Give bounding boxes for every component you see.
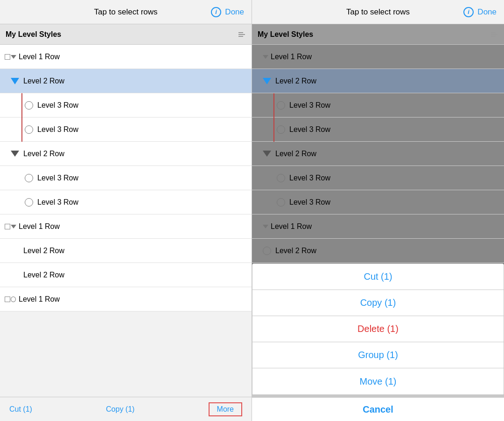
circle-outline (277, 174, 285, 182)
left-section-header: My Level Styles (0, 24, 252, 45)
table-row[interactable]: Level 3 Row (252, 93, 504, 117)
row-label: Level 3 Row (37, 125, 78, 134)
level1-icon (5, 294, 16, 305)
circle-icon (275, 100, 287, 111)
level3-bar (21, 117, 22, 142)
table-row[interactable]: Level 1 Row (0, 214, 252, 239)
table-row[interactable]: Level 2 Row (252, 142, 504, 166)
copy-button[interactable]: Copy (1) (106, 405, 134, 414)
move-action-button[interactable]: Move (1) (252, 368, 504, 394)
row-label: Level 3 Row (289, 101, 330, 110)
level3-bar (21, 93, 22, 117)
copy-action-button[interactable]: Copy (1) (252, 290, 504, 316)
table-row[interactable]: Level 2 Row (0, 263, 252, 287)
row-label: Level 1 Row (271, 53, 312, 61)
circle-outline-small (11, 297, 16, 302)
cut-action-button[interactable]: Cut (1) (252, 264, 504, 290)
level1-icon (257, 221, 268, 232)
left-info-button[interactable]: i (211, 7, 221, 17)
row-label: Level 3 Row (37, 174, 78, 182)
square-icon (257, 224, 262, 229)
circle-icon (275, 124, 287, 135)
right-info-button[interactable]: i (463, 7, 474, 17)
table-row[interactable]: Level 3 Row (0, 190, 252, 214)
circle-icon (23, 124, 35, 135)
row-label: Level 1 Row (19, 222, 60, 231)
table-row[interactable]: Level 3 Row (0, 93, 252, 117)
left-header: Tap to select rows i Done (0, 0, 252, 24)
table-row[interactable]: Level 2 Row (0, 239, 252, 263)
row-label: Level 2 Row (23, 271, 64, 279)
group-action-button[interactable]: Group (1) (252, 342, 504, 368)
table-row[interactable]: Level 3 Row (0, 166, 252, 190)
circle-outline (25, 174, 33, 182)
circle-outline (263, 247, 271, 255)
circle-outline (25, 101, 33, 110)
level1-icon (5, 221, 16, 232)
row-label: Level 2 Row (23, 150, 64, 158)
table-row[interactable]: Level 1 Row (252, 45, 504, 69)
tri-small-icon (11, 225, 16, 228)
cut-action-label: Cut (1) (364, 271, 392, 282)
level3-bar (273, 93, 274, 117)
circle-outline (25, 125, 33, 134)
left-done-button[interactable]: Done (225, 7, 244, 17)
right-panel: Tap to select rows i Done My Level Style… (252, 0, 504, 421)
left-section-title: My Level Styles (6, 30, 238, 39)
right-done-button[interactable]: Done (477, 7, 497, 17)
circle-outline (25, 198, 33, 207)
table-row[interactable]: Level 3 Row (252, 190, 504, 214)
tri-filled-icon (261, 76, 273, 87)
row-label: Level 2 Row (23, 77, 64, 85)
action-sheet-menu: Cut (1) Copy (1) Delete (1) Group (1) Mo… (252, 263, 504, 395)
table-row[interactable]: Level 2 Row (252, 69, 504, 93)
row-label: Level 1 Row (271, 222, 312, 231)
square-icon (5, 54, 10, 60)
tri-small-icon (263, 225, 268, 228)
left-header-title: Tap to select rows (94, 7, 157, 17)
move-action-label: Move (1) (360, 376, 397, 387)
cancel-action-button[interactable]: Cancel (252, 395, 504, 421)
tri-small-icon (263, 55, 268, 59)
table-row[interactable]: Level 3 Row (252, 166, 504, 190)
circle-icon (275, 197, 287, 208)
table-row[interactable]: Level 2 Row (252, 239, 504, 263)
table-row[interactable]: Level 1 Row (0, 287, 252, 311)
right-header-title: Tap to select rows (346, 7, 410, 17)
lines-icon-right (490, 31, 498, 38)
circle-icon (23, 100, 35, 111)
circle-icon (23, 197, 35, 208)
more-button[interactable]: More (209, 402, 242, 416)
group-action-label: Group (1) (358, 350, 398, 360)
spacer (0, 311, 252, 397)
circle-icon (275, 173, 287, 184)
tri-outline-icon (261, 148, 273, 159)
level1-icon (257, 51, 268, 62)
table-row[interactable]: Level 2 Row (0, 142, 252, 166)
table-row[interactable]: Level 2 Row (0, 69, 252, 93)
square-icon (5, 224, 10, 229)
right-section-title: My Level Styles (258, 30, 490, 39)
circle-outline (277, 101, 285, 110)
delete-action-button[interactable]: Delete (1) (252, 316, 504, 342)
triangle-outline (11, 151, 19, 157)
square-icon (257, 54, 262, 60)
tri-small-icon (11, 55, 16, 59)
triangle-down-filled (263, 78, 271, 84)
left-footer: Cut (1) Copy (1) More (0, 397, 252, 421)
row-label: Level 3 Row (37, 101, 78, 110)
right-section-header: My Level Styles (252, 24, 504, 45)
table-row[interactable]: Level 3 Row (252, 117, 504, 142)
right-header: Tap to select rows i Done (252, 0, 504, 24)
row-label: Level 3 Row (289, 125, 330, 134)
table-row[interactable]: Level 1 Row (252, 214, 504, 239)
table-row[interactable]: Level 3 Row (0, 117, 252, 142)
triangle-outline (263, 151, 271, 157)
row-label: Level 2 Row (275, 247, 316, 255)
cut-button[interactable]: Cut (1) (9, 405, 32, 414)
row-label: Level 1 Row (19, 295, 60, 304)
circle-outline (277, 198, 285, 207)
lines-icon (238, 31, 246, 38)
row-label: Level 2 Row (275, 77, 316, 85)
table-row[interactable]: Level 1 Row (0, 45, 252, 69)
